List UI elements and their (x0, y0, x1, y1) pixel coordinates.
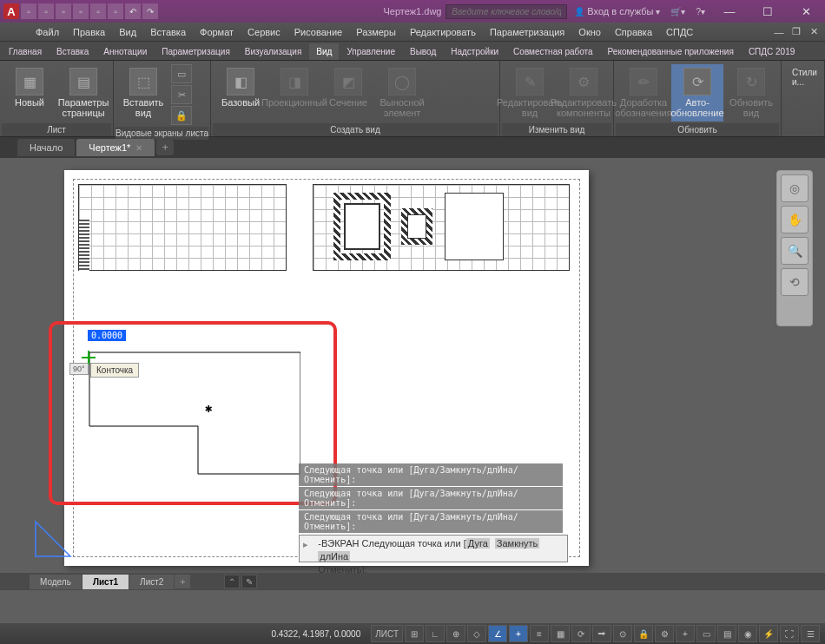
insert-view-icon: ⬚ (129, 68, 157, 95)
hardware-accel-icon[interactable]: ⚡ (759, 625, 778, 642)
dynamic-input[interactable]: 0.0000 (88, 330, 126, 341)
workspace-icon[interactable]: ⚙ (655, 625, 674, 642)
tab-manage[interactable]: Управление (340, 43, 402, 60)
cmd-customize-icon[interactable]: ✎ (241, 575, 257, 588)
otrack-icon[interactable]: ∠ (488, 625, 507, 642)
projected-view-icon: ◨ (280, 68, 308, 95)
ucs-icon[interactable] (31, 517, 75, 561)
qat-open-icon[interactable]: ▫ (38, 3, 54, 19)
new-layout-button[interactable]: ▦Новый (3, 64, 56, 111)
tab-annotate[interactable]: Аннотации (96, 43, 154, 60)
tab-featured[interactable]: Рекомендованные приложения (601, 43, 741, 60)
menu-insert[interactable]: Вставка (144, 24, 192, 40)
osnap-tooltip: Конточка (90, 363, 139, 378)
close-button[interactable]: ✕ (789, 1, 823, 22)
clean-screen-icon[interactable]: ⛶ (780, 625, 799, 642)
nav-orbit-icon[interactable]: ⟲ (781, 268, 808, 296)
isolate-icon[interactable]: ◉ (738, 625, 757, 642)
minimize-button[interactable]: — (712, 1, 747, 22)
tab-home[interactable]: Главная (2, 43, 49, 60)
tab-collab[interactable]: Совместная работа (506, 43, 600, 60)
grid-snap-icon[interactable]: ⊞ (405, 625, 424, 642)
qat-saveas-icon[interactable]: ▫ (73, 3, 89, 19)
annoscale-icon[interactable]: ⮕ (592, 625, 611, 642)
menu-dimensions[interactable]: Размеры (350, 24, 402, 40)
ribbon: ▦Новый ▤Параметры страницы Лист ⬚Вставит… (0, 61, 825, 137)
qat-new-icon[interactable]: ▫ (21, 3, 36, 19)
close-icon[interactable]: ✕ (135, 143, 142, 153)
search-input[interactable] (446, 4, 567, 19)
cmd-collapse-icon[interactable]: ⌃ (224, 575, 240, 588)
scale-button[interactable]: 🔒 (634, 625, 653, 642)
dyn-input-icon[interactable]: + (509, 625, 528, 642)
layout-tab-sheet2[interactable]: Лист2 (129, 575, 174, 589)
tab-view[interactable]: Вид (309, 43, 339, 60)
annotation-monitor-icon[interactable]: + (676, 625, 695, 642)
layout-tab-model[interactable]: Модель (30, 575, 82, 589)
menu-modify[interactable]: Редактировать (404, 24, 482, 40)
menu-edit[interactable]: Правка (67, 24, 111, 40)
canvas[interactable]: 0.0000 90° Конточка ✱ Следующая точка ил… (0, 158, 825, 590)
units-icon[interactable]: ▭ (696, 625, 716, 642)
qat-undo-icon[interactable]: ↶ (125, 3, 141, 19)
space-toggle-button[interactable]: ЛИСТ (371, 625, 403, 642)
viewport-1[interactable] (78, 184, 287, 271)
qat-save-icon[interactable]: ▫ (56, 3, 71, 19)
annovisibility-icon[interactable]: ⊙ (613, 625, 632, 642)
quick-props-icon[interactable]: ▤ (717, 625, 736, 642)
base-view-button[interactable]: ◧Базовый (214, 64, 267, 111)
menu-spds[interactable]: СПДС (660, 24, 699, 40)
menu-service[interactable]: Сервис (241, 24, 287, 40)
doc-close-button[interactable]: ✕ (806, 25, 822, 39)
file-tab-start[interactable]: Начало (17, 139, 75, 156)
nav-wheel-icon[interactable]: ◎ (781, 174, 808, 202)
doc-restore-button[interactable]: ❐ (789, 25, 804, 39)
vp-clip-icon[interactable]: ✂ (171, 85, 192, 104)
menu-file[interactable]: Файл (30, 24, 65, 40)
command-input[interactable]: ▸ -ВЭКРАН Следующая точка или [Дуга Замк… (299, 535, 568, 562)
tab-parametric[interactable]: Параметризация (155, 43, 237, 60)
lineweight-icon[interactable]: ≡ (530, 625, 549, 642)
menu-draw[interactable]: Рисование (288, 24, 348, 40)
nav-pan-icon[interactable]: ✋ (781, 206, 808, 233)
styles-label[interactable]: Стили и... (785, 64, 824, 90)
osnap-icon[interactable]: ◇ (467, 625, 486, 642)
signin-link[interactable]: 👤 Вход в службы ▾ (571, 6, 663, 16)
menu-help[interactable]: Справка (609, 24, 658, 40)
tab-insert[interactable]: Вставка (50, 43, 96, 60)
help-icon[interactable]: ?▾ (692, 7, 709, 16)
page-setup-button[interactable]: ▤Параметры страницы (57, 64, 109, 122)
insert-view-button[interactable]: ⬚Вставить вид (117, 64, 169, 122)
menu-parametric[interactable]: Параметризация (484, 24, 571, 40)
qat-redo-icon[interactable]: ↷ (142, 3, 158, 19)
tab-visualize[interactable]: Визуализация (238, 43, 308, 60)
layout-tab-sheet1[interactable]: Лист1 (82, 575, 129, 589)
edit-comp-label: Редактировать компоненты (551, 97, 617, 118)
auto-update-button[interactable]: ⟳Авто- обновление (671, 64, 723, 122)
qat-web-icon[interactable]: ▫ (90, 3, 106, 19)
file-tab-drawing[interactable]: Чертеж1*✕ (76, 139, 155, 156)
customize-status-icon[interactable]: ☰ (801, 625, 820, 642)
qat-print-icon[interactable]: ▫ (108, 3, 123, 19)
polar-icon[interactable]: ⊕ (446, 625, 465, 642)
tab-addins[interactable]: Надстройки (444, 43, 505, 60)
transparency-icon[interactable]: ▦ (551, 625, 570, 642)
menu-format[interactable]: Формат (194, 24, 240, 40)
doc-minimize-button[interactable]: — (771, 25, 787, 39)
ortho-icon[interactable]: ∟ (426, 625, 445, 642)
menu-view[interactable]: Вид (113, 24, 142, 40)
maximize-button[interactable]: ☐ (750, 1, 785, 22)
new-layout-label: Новый (15, 97, 44, 108)
cycling-icon[interactable]: ⟳ (571, 625, 591, 642)
detail-view-icon: ◯ (388, 68, 416, 95)
add-layout-button[interactable]: + (175, 575, 190, 588)
vp-lock-icon[interactable]: 🔒 (171, 106, 192, 125)
add-file-button[interactable]: + (156, 140, 174, 155)
app-logo[interactable]: A (3, 3, 19, 19)
tab-spds[interactable]: СПДС 2019 (742, 43, 802, 60)
exchange-icon[interactable]: 🛒▾ (667, 7, 689, 16)
vp-rect-icon[interactable]: ▭ (171, 64, 192, 83)
menu-window[interactable]: Окно (572, 24, 607, 40)
nav-zoom-icon[interactable]: 🔍 (781, 237, 808, 265)
tab-output[interactable]: Вывод (403, 43, 443, 60)
